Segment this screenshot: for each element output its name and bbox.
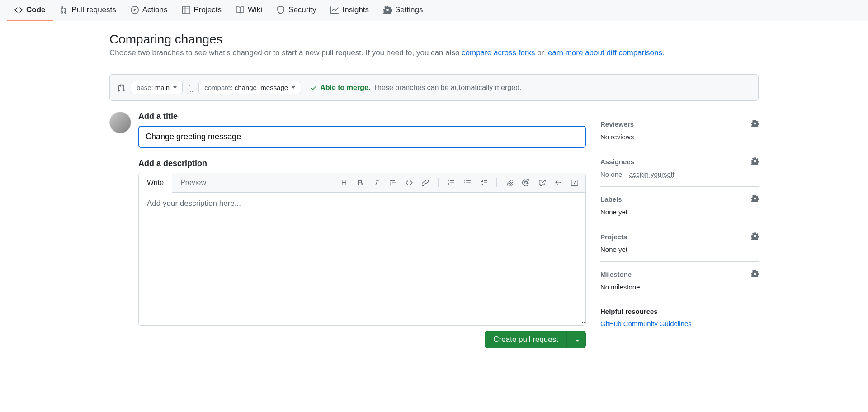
assign-yourself-link[interactable]: assign yourself (629, 170, 674, 178)
create-pull-request-button[interactable]: Create pull request (485, 331, 567, 348)
labels-gear[interactable] (751, 195, 759, 204)
nav-label: Pull requests (72, 5, 116, 14)
cross-reference-button[interactable] (535, 175, 549, 190)
check-icon (310, 84, 317, 91)
gear-icon (383, 6, 392, 14)
page-title: Comparing changes (109, 32, 759, 47)
description-label: Add a description (138, 159, 586, 168)
bold-button[interactable] (353, 175, 368, 190)
markdown-toolbar (337, 175, 585, 190)
nav-tab-projects[interactable]: Projects (175, 0, 229, 21)
caret-down-icon (173, 86, 177, 89)
task-list-button[interactable] (476, 175, 491, 190)
learn-more-link[interactable]: learn more about diff comparisons (546, 48, 662, 57)
attach-button[interactable] (502, 175, 517, 190)
labels-value: None yet (600, 208, 759, 216)
milestone-gear[interactable] (751, 270, 759, 279)
book-icon (236, 6, 244, 14)
milestone-title: Milestone (600, 270, 632, 278)
git-pull-request-icon (60, 6, 68, 14)
page-subtitle: Choose two branches to see what's change… (109, 48, 759, 57)
heading-button[interactable] (337, 175, 351, 190)
projects-title: Projects (600, 233, 627, 241)
code-button[interactable] (402, 175, 416, 190)
assignees-title: Assignees (600, 158, 634, 166)
description-textarea[interactable] (139, 193, 585, 324)
nav-tab-actions[interactable]: Actions (123, 0, 175, 21)
reviewers-title: Reviewers (600, 120, 634, 128)
arrow-left-icon: ←… (188, 83, 193, 93)
create-pull-request-dropdown[interactable] (567, 331, 586, 348)
reviewers-value: No reviews (600, 133, 759, 141)
link-button[interactable] (418, 175, 433, 190)
nav-tab-pull-requests[interactable]: Pull requests (53, 0, 123, 21)
slash-button[interactable] (567, 175, 582, 190)
merge-status: Able to merge. These branches can be aut… (310, 84, 521, 92)
quote-button[interactable] (386, 175, 400, 190)
table-icon (182, 6, 190, 14)
nav-tab-code[interactable]: Code (7, 0, 53, 21)
reviewers-gear[interactable] (751, 120, 759, 128)
gear-icon (751, 157, 759, 165)
sidebar: Reviewers No reviews Assignees No one—as… (600, 112, 759, 336)
code-icon (14, 6, 23, 14)
base-branch-selector[interactable]: base: main (131, 81, 183, 94)
range-editor: base: main ←… compare: change_message Ab… (109, 74, 759, 101)
ordered-list-button[interactable] (444, 175, 458, 190)
tab-preview[interactable]: Preview (172, 173, 214, 192)
caret-down-icon (576, 340, 579, 342)
compare-across-forks-link[interactable]: compare across forks (462, 48, 535, 57)
projects-gear[interactable] (751, 232, 759, 241)
gear-icon (751, 232, 759, 240)
play-icon (131, 6, 139, 14)
nav-tab-security[interactable]: Security (269, 0, 323, 21)
tab-write[interactable]: Write (139, 173, 172, 193)
nav-label: Actions (142, 5, 168, 14)
repo-nav: Code Pull requests Actions Projects Wiki… (0, 0, 868, 21)
labels-title: Labels (600, 195, 622, 203)
nav-tab-insights[interactable]: Insights (323, 0, 376, 21)
nav-label: Wiki (248, 5, 262, 14)
divider (109, 65, 759, 65)
user-avatar[interactable] (109, 112, 131, 133)
mention-button[interactable] (519, 175, 533, 190)
nav-label: Projects (194, 5, 222, 14)
assignees-gear[interactable] (751, 157, 759, 166)
compare-branch-selector[interactable]: compare: change_message (198, 81, 301, 94)
reply-button[interactable] (551, 175, 566, 190)
nav-label: Security (288, 5, 316, 14)
nav-tab-settings[interactable]: Settings (376, 0, 430, 21)
italic-button[interactable] (369, 175, 384, 190)
shield-icon (277, 6, 285, 14)
projects-value: None yet (600, 246, 759, 253)
milestone-value: No milestone (600, 283, 759, 291)
unordered-list-button[interactable] (460, 175, 475, 190)
nav-label: Settings (395, 5, 423, 14)
nav-label: Code (26, 5, 46, 14)
graph-icon (330, 6, 339, 14)
caret-down-icon (292, 86, 295, 89)
nav-tab-wiki[interactable]: Wiki (229, 0, 269, 21)
nav-label: Insights (342, 5, 369, 14)
gear-icon (751, 120, 759, 127)
community-guidelines-link[interactable]: GitHub Community Guidelines (600, 320, 692, 327)
git-compare-icon (117, 84, 125, 92)
title-input[interactable] (138, 126, 586, 148)
helpful-title: Helpful resources (600, 308, 759, 315)
gear-icon (751, 270, 759, 277)
description-editor: Write Preview (138, 173, 586, 326)
gear-icon (751, 195, 759, 202)
assignees-value: No one—assign yourself (600, 170, 759, 178)
title-label: Add a title (138, 112, 586, 121)
